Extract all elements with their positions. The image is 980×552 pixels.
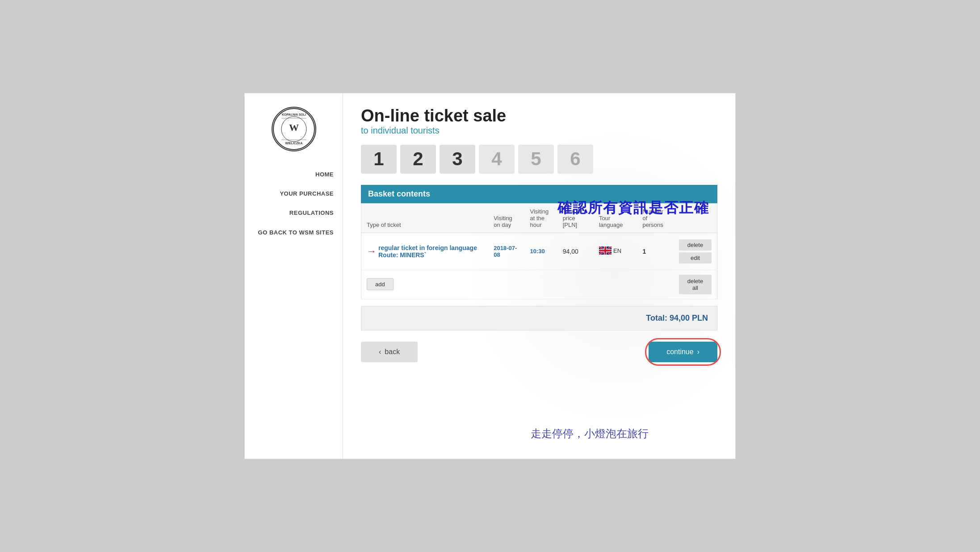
table-row: → regular ticket in foreign language Rou… [361,233,717,270]
delete-all-button[interactable]: delete all [679,275,712,294]
ticket-with-arrow: → regular ticket in foreign language Rou… [367,244,483,259]
edit-button[interactable]: edit [679,252,712,263]
nav-go-back-wsm[interactable]: GO BACK TO WSM SITES [245,222,343,243]
delete-button[interactable]: delete [679,239,712,251]
main-content: On-line ticket sale to individual touris… [343,93,735,459]
step-2[interactable]: 2 [400,145,436,174]
add-row: add delete all [361,270,717,299]
page-subtitle: to individual tourists [361,125,717,136]
ticket-name: regular ticket in foreign language [378,244,477,251]
step-3[interactable]: 3 [440,145,475,174]
number-persons: 1 [643,248,646,255]
svg-text:KOPALNIA SOLI: KOPALNIA SOLI [281,113,306,116]
col-header-ticket: Type of ticket [361,203,489,233]
language-cell: EN [594,233,637,270]
total-bar: Total: 94,00 PLN [361,306,717,330]
visiting-date: 2018-07-08 [494,245,517,258]
nav-your-purchase[interactable]: YOUR PURCHASE [245,184,343,203]
action-buttons: delete edit [679,239,712,263]
actions-cell: delete edit [674,233,717,270]
visiting-hour-cell: 10:30 [524,233,557,270]
visiting-hour: 10:30 [530,248,544,255]
page-title: On-line ticket sale [361,107,717,125]
ticket-name-cell: → regular ticket in foreign language Rou… [361,233,489,270]
chinese-annotation-top: 確認所有資訊是否正確 [557,198,709,218]
arrow-icon: → [367,246,377,257]
visiting-day-cell: 2018-07-08 [488,233,524,270]
col-header-day: Visiting on day [488,203,524,233]
language-flag: EN [599,247,621,255]
svg-text:W: W [289,122,299,133]
total-amount: Total: 94,00 PLN [646,314,708,322]
step-1[interactable]: 1 [361,145,397,174]
continue-button[interactable]: continue › [649,342,717,362]
step-4[interactable]: 4 [479,145,515,174]
back-chevron-icon: ‹ [379,348,381,356]
continue-label: continue [666,348,694,356]
ticket-route: Route: MINERS` [378,251,477,259]
steps-row: 1 2 3 4 5 6 [361,145,717,174]
delete-all-cell: delete all [674,270,717,299]
persons-cell: 1 [637,233,674,270]
svg-text:WIELICZKA: WIELICZKA [285,142,302,145]
step-5[interactable]: 5 [518,145,554,174]
nav-home[interactable]: HOME [245,165,343,184]
step-6[interactable]: 6 [557,145,593,174]
col-header-hour: Visiting at the hour [524,203,557,233]
logo-area: KOPALNIA SOLI W WIELICZKA [245,102,343,165]
nav-regulations[interactable]: REGULATIONS [245,203,343,222]
language-code: EN [613,247,621,254]
ticket-price: 94,00 [563,248,578,255]
chinese-annotation-bottom: 走走停停，小燈泡在旅行 [531,427,649,441]
logo-svg: KOPALNIA SOLI W WIELICZKA [272,108,315,151]
nav-buttons: ‹ back continue › [361,342,717,362]
logo-circle: KOPALNIA SOLI W WIELICZKA [272,107,316,151]
back-label: back [385,348,400,356]
price-cell: 94,00 [557,233,594,270]
add-cell: add [361,270,674,299]
uk-flag-icon [599,247,611,255]
sidebar: KOPALNIA SOLI W WIELICZKA HOME YOUR PURC… [245,93,343,459]
back-button[interactable]: ‹ back [361,342,418,362]
add-button[interactable]: add [367,278,394,290]
continue-chevron-icon: › [697,348,699,356]
